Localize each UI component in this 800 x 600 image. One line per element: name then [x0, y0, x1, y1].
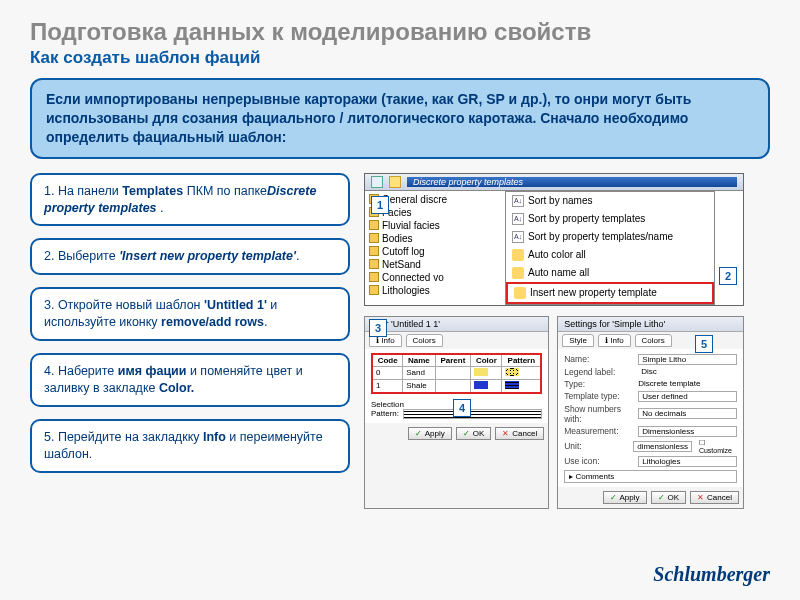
template-icon — [369, 259, 379, 269]
template-type-select[interactable]: User defined — [638, 391, 737, 402]
sort-az-icon: A↓ — [512, 195, 524, 207]
context-menu: A↓Sort by names A↓Sort by property templ… — [505, 191, 715, 305]
template-icon — [369, 285, 379, 295]
badge-4: 4 — [453, 399, 471, 417]
check-icon — [658, 493, 665, 502]
star-icon — [514, 287, 526, 299]
schlumberger-logo: Schlumberger — [653, 563, 770, 586]
table-row[interactable]: 0 Sand — [372, 366, 541, 379]
folder-icon[interactable] — [389, 176, 401, 188]
abc-icon — [512, 267, 524, 279]
color-swatch — [474, 368, 488, 376]
label-name: Name: — [564, 354, 634, 364]
cancel-icon — [502, 429, 509, 438]
legend-value: Disc — [638, 367, 737, 376]
dialog-title: s for 'Untitled 1 1' — [365, 317, 548, 332]
menu-auto-name[interactable]: Auto name all — [506, 264, 714, 282]
dialog-untitled: s for 'Untitled 1 1' ℹ Info Colors Code … — [364, 316, 549, 509]
template-icon — [369, 233, 379, 243]
customize-checkbox[interactable]: ☐ Customize — [699, 439, 737, 454]
tree-item[interactable]: Cutoff log — [369, 246, 501, 257]
tree-item[interactable]: Bodies — [369, 233, 501, 244]
label-show-numbers: Show numbers with: — [564, 404, 634, 424]
menu-insert-new-template[interactable]: Insert new property template — [506, 282, 714, 304]
icon-select[interactable]: Lithologies — [638, 456, 737, 467]
apply-button[interactable]: Apply — [408, 427, 452, 440]
badge-5: 5 — [695, 335, 713, 353]
step-5: 5. Перейдите на закладкку Info и переиме… — [30, 419, 350, 473]
template-icon — [369, 272, 379, 282]
label-unit: Unit: — [564, 441, 629, 451]
tab-style[interactable]: Style — [562, 334, 594, 347]
comments-expander[interactable]: ▸ Comments — [564, 470, 737, 483]
tab-colors[interactable]: Colors — [635, 334, 672, 347]
menu-sort-templates-name[interactable]: A↓Sort by property templates/name — [506, 228, 714, 246]
check-icon — [415, 429, 422, 438]
step-2: 2. Выберите 'Insert new property templat… — [30, 238, 350, 275]
slide-subtitle: Как создать шаблон фаций — [30, 48, 770, 68]
dialog-title: Settings for 'Simple Litho' — [558, 317, 743, 332]
templates-panel: Discrete property templates General disc… — [364, 173, 744, 306]
cancel-icon — [697, 493, 704, 502]
ok-button[interactable]: OK — [456, 427, 492, 440]
table-row[interactable]: 1 Shale — [372, 379, 541, 393]
color-swatch — [474, 381, 488, 389]
sort-az-icon: A↓ — [512, 213, 524, 225]
steps-column: 1. На панели Templates ПКМ по папкеDiscr… — [30, 173, 350, 509]
info-icon: ℹ — [376, 336, 379, 345]
back-icon[interactable] — [371, 176, 383, 188]
type-value: Discrete template — [638, 379, 700, 388]
pattern-select[interactable] — [403, 409, 542, 419]
apply-button[interactable]: Apply — [603, 491, 647, 504]
tab-info[interactable]: ℹ Info — [598, 334, 631, 347]
decimals-select[interactable]: No decimals — [638, 408, 737, 419]
menu-sort-templates[interactable]: A↓Sort by property templates — [506, 210, 714, 228]
pattern-label: Pattern: — [371, 409, 399, 418]
tree-item[interactable]: Lithologies — [369, 285, 501, 296]
palette-icon — [512, 249, 524, 261]
badge-2: 2 — [719, 267, 737, 285]
slide-title: Подготовка данных к моделированию свойст… — [30, 18, 770, 46]
menu-sort-names[interactable]: A↓Sort by names — [506, 192, 714, 210]
template-icon — [369, 220, 379, 230]
check-icon — [463, 429, 470, 438]
panel-title: Discrete property templates — [407, 177, 737, 187]
tree-item[interactable]: Connected vo — [369, 272, 501, 283]
name-input[interactable]: Simple Litho — [638, 354, 737, 365]
intro-box: Если импортированы непрерывные карторажи… — [30, 78, 770, 159]
pattern-swatch — [505, 368, 519, 376]
ok-button[interactable]: OK — [651, 491, 687, 504]
screenshots-column: Discrete property templates General disc… — [364, 173, 744, 509]
unit-select[interactable]: dimensionless — [633, 441, 692, 452]
tree-item[interactable]: Fluvial facies — [369, 220, 501, 231]
label-type: Type: — [564, 379, 634, 389]
menu-auto-color[interactable]: Auto color all — [506, 246, 714, 264]
step-1: 1. На панели Templates ПКМ по папкеDiscr… — [30, 173, 350, 227]
dialog-settings: Settings for 'Simple Litho' Style ℹ Info… — [557, 316, 744, 509]
check-icon — [610, 493, 617, 502]
template-icon — [369, 246, 379, 256]
info-icon: ℹ — [605, 336, 608, 345]
badge-3: 3 — [369, 319, 387, 337]
label-template-type: Template type: — [564, 391, 634, 401]
pattern-swatch — [505, 381, 519, 389]
cancel-button[interactable]: Cancel — [690, 491, 739, 504]
step-4: 4. Наберите имя фации и поменяйте цвет и… — [30, 353, 350, 407]
sort-az-icon: A↓ — [512, 231, 524, 243]
label-measurement: Measurement: — [564, 426, 634, 436]
tab-colors[interactable]: Colors — [406, 334, 443, 347]
step-3: 3. Откройте новый шаблон 'Untitled 1' и … — [30, 287, 350, 341]
badge-1: 1 — [371, 196, 389, 214]
label-use-icon: Use icon: — [564, 456, 634, 466]
facies-table: Code Name Parent Color Pattern 0 Sand — [371, 353, 542, 394]
cancel-button[interactable]: Cancel — [495, 427, 544, 440]
label-legend: Legend label: — [564, 367, 634, 377]
measurement-select[interactable]: Dimensionless — [638, 426, 737, 437]
tree-item[interactable]: NetSand — [369, 259, 501, 270]
